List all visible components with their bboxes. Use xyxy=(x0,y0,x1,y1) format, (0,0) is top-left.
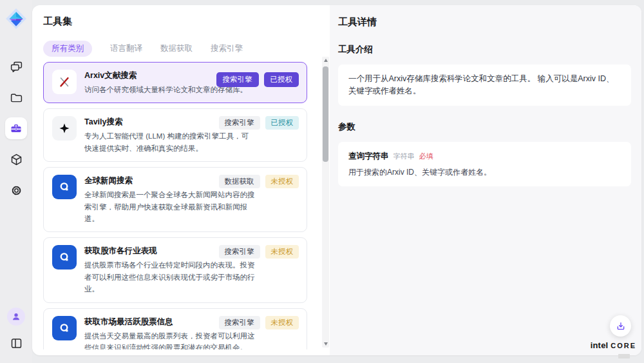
tab-all-categories[interactable]: 所有类别 xyxy=(43,41,92,57)
sidebar-nav xyxy=(5,55,27,201)
download-icon xyxy=(616,321,626,331)
param-type: 字符串 xyxy=(393,151,415,162)
param-required-badge: 必填 xyxy=(419,151,433,162)
user-avatar-icon[interactable] xyxy=(7,308,25,326)
tool-card-tavily[interactable]: Tavily搜索 专为人工智能代理 (LLM) 构建的搜索引擎工具，可快速提供实… xyxy=(43,108,307,162)
list-scrollbar[interactable] xyxy=(322,57,329,348)
cube-icon[interactable] xyxy=(5,148,27,170)
intro-text: 一个用于从Arxiv存储库搜索科学论文和文章的工具。 输入可以是Arxiv ID… xyxy=(348,74,614,95)
tool-desc: 提供股票市场各个行业在特定时间段内的表现。投资者可以利用这些信息来识别表现优于或… xyxy=(84,259,256,295)
category-badge: 数据获取 xyxy=(219,175,260,188)
category-badge: 搜索引擎 xyxy=(219,116,260,130)
intel-ultra-badge xyxy=(618,354,630,358)
scroll-down-icon[interactable] xyxy=(322,340,329,348)
category-badge: 搜索引擎 xyxy=(219,316,260,329)
auth-badge: 未授权 xyxy=(265,316,299,329)
scrollbar-thumb[interactable] xyxy=(323,66,328,162)
tool-card-list: Arxiv文献搜索 访问各个研究领域大量科学论文和文章的存储库。 搜索引擎 已授… xyxy=(43,62,307,349)
sidebar-bottom xyxy=(5,308,27,354)
news-globe-icon xyxy=(52,175,77,199)
tab-language-translation[interactable]: 语言翻译 xyxy=(110,43,142,54)
category-tabs: 所有类别 语言翻译 数据获取 搜索引擎 xyxy=(43,41,330,55)
tool-card-global-news[interactable]: 全球新闻搜索 全球新闻搜索是一个聚合全球各大新闻网站内容的搜索引擎，帮助用户快速… xyxy=(43,167,307,232)
auth-badge: 未授权 xyxy=(265,175,299,188)
auth-badge: 已授权 xyxy=(264,72,299,87)
tool-desc: 专为人工智能代理 (LLM) 构建的搜索引擎工具，可快速提供实时、准确和真实的结… xyxy=(84,130,256,154)
tool-desc: 提供当天交易量最高的股票列表，投资者可以利用这些信息来识别流动性强的股票和潜在的… xyxy=(84,330,256,349)
tool-card-arxiv[interactable]: Arxiv文献搜索 访问各个研究领域大量科学论文和文章的存储库。 搜索引擎 已授… xyxy=(43,62,307,103)
auth-badge: 未授权 xyxy=(265,245,299,259)
param-card: 查询字符串 字符串 必填 用于搜索的Arxiv ID、关键字或作者姓名。 xyxy=(338,142,631,187)
tab-data-acquisition[interactable]: 数据获取 xyxy=(160,43,193,54)
param-name: 查询字符串 xyxy=(348,150,389,162)
intel-core-text: CORE xyxy=(611,342,636,349)
tool-card-most-active-stocks[interactable]: 获取市场最活跃股票信息 提供当天交易量最高的股票列表，投资者可以利用这些信息来识… xyxy=(43,308,307,349)
toolbox-icon[interactable] xyxy=(5,117,27,139)
news-globe-icon xyxy=(52,245,77,270)
news-globe-icon xyxy=(52,316,77,340)
tool-list-pane: 工具集 所有类别 语言翻译 数据获取 搜索引擎 Arxiv文献搜索 访问各个研究… xyxy=(32,5,330,355)
chat-icon[interactable] xyxy=(5,55,27,77)
scroll-up-icon[interactable] xyxy=(322,57,329,64)
auth-badge: 已授权 xyxy=(265,116,299,130)
category-badge: 搜索引擎 xyxy=(219,245,260,259)
tool-desc: 全球新闻搜索是一个聚合全球各大新闻网站内容的搜索引擎，帮助用户快速获取全球最新资… xyxy=(84,189,256,224)
params-heading: 参数 xyxy=(338,121,631,133)
category-badge: 搜索引擎 xyxy=(216,72,259,87)
intel-core-logo: intel CORE xyxy=(591,340,636,360)
main-panel: 工具集 所有类别 语言翻译 数据获取 搜索引擎 Arxiv文献搜索 访问各个研究… xyxy=(32,5,641,355)
page-title: 工具集 xyxy=(43,15,330,28)
sidebar xyxy=(0,0,32,363)
layout-icon[interactable] xyxy=(5,332,27,354)
param-desc: 用于搜索的Arxiv ID、关键字或作者姓名。 xyxy=(348,166,621,178)
tool-detail-pane: 工具详情 工具介绍 一个用于从Arxiv存储库搜索科学论文和文章的工具。 输入可… xyxy=(330,5,641,355)
download-button[interactable] xyxy=(610,315,631,337)
intro-card: 一个用于从Arxiv存储库搜索科学论文和文章的工具。 输入可以是Arxiv ID… xyxy=(338,64,631,106)
tool-card-sector-performance[interactable]: 获取股市各行业表现 提供股票市场各个行业在特定时间段内的表现。投资者可以利用这些… xyxy=(43,237,307,302)
tab-search-engine[interactable]: 搜索引擎 xyxy=(211,43,243,54)
detail-title: 工具详情 xyxy=(338,16,631,28)
intel-brand-text: intel xyxy=(591,340,609,350)
gear-icon[interactable] xyxy=(5,179,27,201)
folder-icon[interactable] xyxy=(5,86,27,108)
app-logo xyxy=(5,8,27,30)
star-icon xyxy=(52,116,77,141)
arxiv-icon xyxy=(52,70,77,94)
intro-heading: 工具介绍 xyxy=(338,44,631,55)
